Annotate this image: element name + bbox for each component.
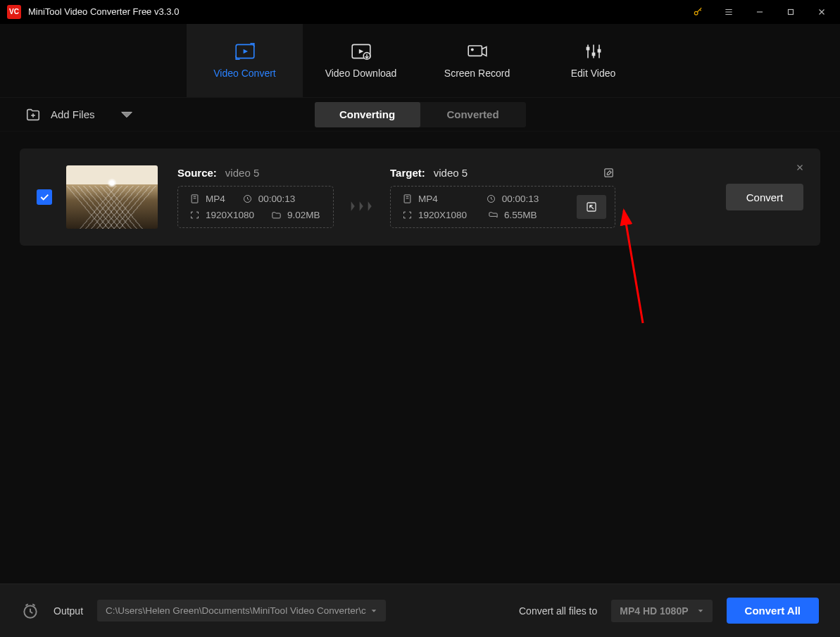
chevron-down-icon [697, 607, 704, 614]
source-format: MP4 [189, 194, 225, 204]
svg-rect-10 [591, 53, 595, 56]
footer-bar: Output C:\Users\Helen Green\Documents\Mi… [0, 584, 840, 637]
source-details-box: MP4 00:00:13 1920X1080 [177, 186, 334, 228]
edit-target-name-button[interactable] [603, 167, 615, 182]
upgrade-key-icon[interactable] [682, 0, 713, 24]
svg-marker-3 [243, 49, 247, 53]
file-row: Source: video 5 MP4 00:00:13 [20, 149, 820, 246]
output-format-value: MP4 HD 1080P [620, 605, 688, 617]
window-minimize-button[interactable] [744, 0, 775, 24]
window-close-button[interactable] [806, 0, 837, 24]
convert-button-label: Convert [746, 191, 784, 203]
nav-tab-label: Edit Video [571, 68, 616, 79]
source-filename: video 5 [225, 167, 259, 179]
chevron-down-icon [370, 607, 377, 614]
app-title: MiniTool Video Converter Free v3.3.0 [28, 6, 179, 17]
target-filesize: 6.55MB [488, 210, 537, 220]
nav-tab-edit-video[interactable]: Edit Video [535, 24, 651, 97]
svg-point-0 [694, 11, 698, 15]
video-thumbnail[interactable] [66, 165, 158, 229]
nav-tab-screen-record[interactable]: Screen Record [419, 24, 535, 97]
add-files-button[interactable]: Add Files [25, 107, 134, 122]
svg-rect-1 [789, 9, 794, 14]
source-label: Source: [177, 167, 217, 179]
action-toolbar: Add Files Converting Converted [0, 98, 840, 132]
output-path-value: C:\Users\Helen Green\Documents\MiniTool … [106, 605, 366, 616]
nav-tab-video-download[interactable]: Video Download [303, 24, 419, 97]
status-tab-converting[interactable]: Converting [315, 102, 420, 127]
menu-icon[interactable] [713, 0, 744, 24]
source-filesize: 9.02MB [271, 210, 320, 220]
titlebar-right [682, 0, 837, 24]
output-path-select[interactable]: C:\Users\Helen Green\Documents\MiniTool … [97, 600, 386, 622]
status-tab-label: Converted [446, 108, 499, 120]
target-label: Target: [390, 167, 425, 179]
content-area: Source: video 5 MP4 00:00:13 [0, 132, 840, 584]
schedule-icon[interactable] [21, 602, 39, 620]
target-duration: 00:00:13 [486, 194, 539, 204]
app-logo-icon: VC [7, 5, 21, 19]
svg-rect-14 [605, 168, 613, 176]
source-duration: 00:00:13 [242, 194, 296, 204]
convert-all-label: Convert all files to [519, 605, 597, 617]
nav-tab-label: Screen Record [444, 68, 510, 79]
target-filename: video 5 [434, 167, 468, 179]
target-settings-button[interactable] [577, 195, 606, 219]
titlebar: VC MiniTool Video Converter Free v3.3.0 [0, 0, 840, 24]
convert-button[interactable]: Convert [726, 184, 803, 210]
window-maximize-button[interactable] [775, 0, 806, 24]
svg-rect-7 [468, 46, 482, 56]
svg-rect-9 [586, 47, 589, 51]
target-resolution: 1920X1080 [402, 210, 467, 220]
svg-rect-11 [597, 49, 601, 53]
target-info: Target: video 5 MP4 00:00:13 [390, 167, 615, 228]
nav-tab-video-convert[interactable]: Video Convert [187, 24, 303, 97]
output-format-select[interactable]: MP4 HD 1080P [611, 600, 712, 622]
main-nav: Video Convert Video Download Screen Reco… [0, 24, 840, 98]
chevron-down-icon[interactable] [119, 107, 134, 122]
status-tab-label: Converting [339, 108, 395, 120]
output-label: Output [54, 605, 83, 617]
file-select-checkbox[interactable] [37, 189, 52, 205]
svg-point-8 [470, 49, 473, 51]
convert-all-button-label: Convert All [745, 605, 801, 617]
nav-tab-label: Video Convert [213, 68, 275, 79]
app-window: VC MiniTool Video Converter Free v3.3.0 [0, 0, 840, 637]
titlebar-left: VC MiniTool Video Converter Free v3.3.0 [7, 5, 179, 19]
status-tabs: Converting Converted [315, 102, 526, 127]
convert-all-button[interactable]: Convert All [727, 598, 819, 624]
svg-marker-5 [358, 49, 363, 53]
add-files-label: Add Files [51, 108, 95, 120]
target-details-box: MP4 00:00:13 1920X1080 [390, 186, 615, 228]
source-info: Source: video 5 MP4 00:00:13 [177, 167, 334, 228]
nav-tab-label: Video Download [325, 68, 397, 79]
svg-rect-15 [404, 194, 410, 202]
svg-line-18 [624, 210, 643, 323]
target-format: MP4 [402, 194, 438, 204]
svg-rect-12 [192, 194, 198, 202]
source-resolution: 1920X1080 [189, 210, 254, 220]
remove-file-button[interactable] [795, 163, 805, 175]
arrow-separator-icon [349, 199, 375, 213]
status-tab-converted[interactable]: Converted [420, 102, 526, 127]
